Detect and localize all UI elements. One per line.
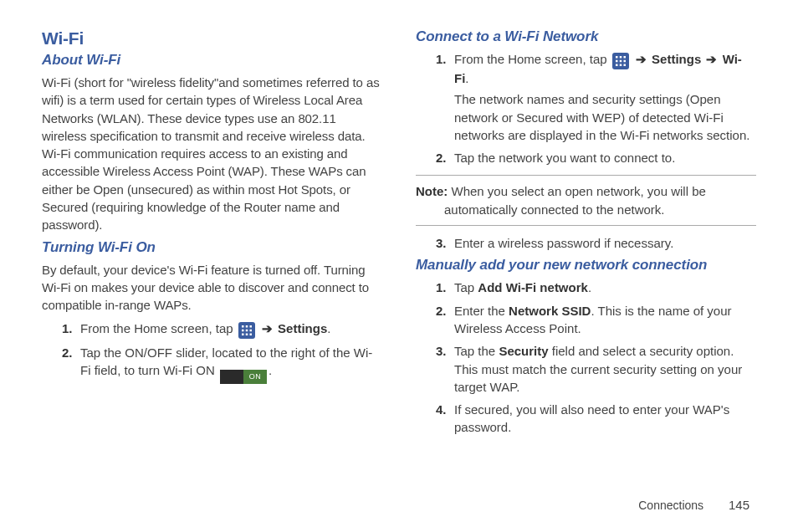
step-end: . bbox=[327, 321, 330, 335]
step-text: Tap the network you want to connect to. bbox=[454, 151, 675, 165]
svg-rect-9 bbox=[616, 56, 618, 59]
svg-rect-11 bbox=[623, 56, 626, 59]
step-number: 4. bbox=[436, 401, 447, 418]
svg-rect-1 bbox=[246, 325, 248, 328]
note-label: Note: bbox=[416, 184, 448, 198]
turning-on-paragraph: By default, your device's Wi-Fi feature … bbox=[42, 261, 382, 315]
network-ssid-label: Network SSID bbox=[509, 304, 591, 318]
svg-rect-14 bbox=[623, 60, 626, 63]
note-block: Note: When you select an open network, y… bbox=[416, 175, 756, 226]
svg-rect-10 bbox=[620, 56, 622, 59]
step-body: The network names and security settings … bbox=[454, 92, 749, 142]
security-label: Security bbox=[499, 344, 548, 358]
step-end: . bbox=[269, 363, 272, 377]
settings-label: Settings bbox=[652, 52, 701, 66]
connect-steps: 1. From the Home screen, tap ➔ Settings … bbox=[416, 50, 756, 166]
step-number: 3. bbox=[436, 342, 447, 360]
step-4: 4. If secured, you will also need to ent… bbox=[436, 401, 756, 437]
step-2: 2. Tap the ON/OFF slider, located to the… bbox=[62, 344, 382, 385]
footer-page-number: 145 bbox=[729, 498, 749, 512]
svg-rect-2 bbox=[249, 325, 252, 328]
arrow-icon: ➔ bbox=[706, 52, 717, 66]
arrow-icon: ➔ bbox=[262, 321, 273, 335]
subheading-turning-wifi-on: Turning Wi-Fi On bbox=[42, 239, 382, 256]
svg-rect-0 bbox=[242, 325, 244, 328]
step-text-a: Tap the bbox=[454, 344, 499, 358]
svg-rect-15 bbox=[616, 64, 618, 67]
step-1: 1. From the Home screen, tap ➔ Settings. bbox=[62, 320, 382, 339]
step-text-a: Enter the bbox=[454, 304, 509, 318]
svg-rect-16 bbox=[620, 64, 622, 67]
svg-rect-6 bbox=[242, 333, 244, 335]
step-number: 2. bbox=[436, 149, 447, 166]
add-wifi-label: Add Wi-Fi network bbox=[478, 280, 588, 294]
page-footer: Connections 145 bbox=[638, 498, 749, 512]
turning-on-steps: 1. From the Home screen, tap ➔ Settings.… bbox=[42, 320, 382, 385]
step-text: Enter a wireless password if necessary. bbox=[454, 236, 673, 250]
step-3: 3. Tap the Security field and select a s… bbox=[436, 342, 756, 396]
step-number: 2. bbox=[436, 302, 447, 320]
step-end: . bbox=[465, 71, 468, 85]
svg-rect-7 bbox=[246, 333, 248, 335]
step-1: 1. From the Home screen, tap ➔ Settings … bbox=[436, 50, 756, 144]
on-switch-icon: ON bbox=[220, 370, 267, 384]
step-number: 1. bbox=[62, 320, 73, 337]
manual-add-steps: 1. Tap Add Wi-Fi network. 2. Enter the N… bbox=[416, 279, 756, 436]
note-first-line: When you select an open network, you wil… bbox=[448, 184, 706, 198]
arrow-icon: ➔ bbox=[636, 52, 647, 66]
step-text: If secured, you will also need to enter … bbox=[454, 402, 729, 434]
svg-rect-5 bbox=[249, 329, 252, 331]
step-text-a: Tap bbox=[454, 280, 478, 294]
step-number: 1. bbox=[436, 279, 447, 296]
svg-rect-8 bbox=[249, 333, 252, 335]
step-text: From the Home screen, tap bbox=[454, 52, 611, 66]
connect-steps-cont: 3. Enter a wireless password if necessar… bbox=[416, 234, 756, 252]
subheading-connect-network: Connect to a Wi-Fi Network bbox=[416, 28, 756, 45]
heading-wifi: Wi-Fi bbox=[42, 28, 382, 49]
svg-rect-13 bbox=[620, 60, 622, 63]
svg-rect-4 bbox=[246, 329, 248, 331]
right-column: Connect to a Wi-Fi Network 1. From the H… bbox=[416, 28, 756, 442]
step-3: 3. Enter a wireless password if necessar… bbox=[436, 234, 756, 252]
step-number: 2. bbox=[62, 344, 73, 361]
apps-grid-icon bbox=[238, 322, 255, 339]
step-text-c: . bbox=[588, 280, 591, 294]
step-2: 2. Enter the Network SSID. This is the n… bbox=[436, 302, 756, 338]
svg-rect-12 bbox=[616, 60, 618, 63]
step-2: 2. Tap the network you want to connect t… bbox=[436, 149, 756, 166]
subheading-manual-add: Manually add your new network connection bbox=[416, 257, 756, 274]
step-number: 1. bbox=[436, 50, 447, 68]
svg-rect-3 bbox=[242, 329, 244, 331]
step-text: From the Home screen, tap bbox=[80, 321, 237, 335]
footer-section: Connections bbox=[638, 499, 703, 512]
settings-label: Settings bbox=[278, 321, 327, 335]
apps-grid-icon bbox=[612, 53, 629, 69]
note-body: automatically connected to the network. bbox=[416, 201, 756, 218]
svg-rect-17 bbox=[623, 64, 626, 67]
step-1: 1. Tap Add Wi-Fi network. bbox=[436, 279, 756, 296]
step-number: 3. bbox=[436, 234, 447, 252]
left-column: Wi-Fi About Wi-Fi Wi-Fi (short for "wire… bbox=[42, 28, 382, 442]
subheading-about-wifi: About Wi-Fi bbox=[42, 52, 382, 69]
about-wifi-paragraph: Wi-Fi (short for "wireless fidelity"and … bbox=[42, 74, 382, 234]
